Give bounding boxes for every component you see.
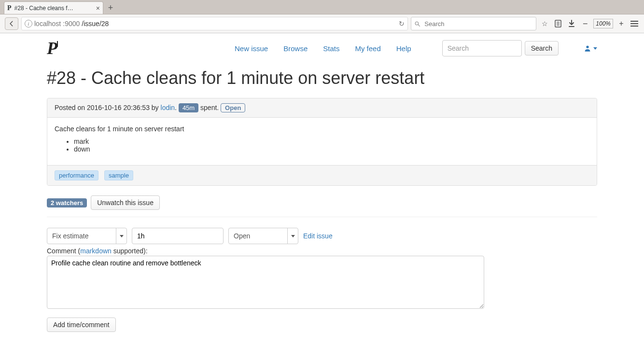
issue-meta: Posted on 2016-10-16 20:36:53 by lodin. … [47, 98, 597, 118]
site-info-icon[interactable]: i [25, 20, 32, 28]
nav-new-issue[interactable]: New issue [235, 44, 268, 53]
url-host: localhost [34, 20, 61, 28]
url-path: /issue/28 [82, 20, 109, 28]
nav-browse[interactable]: Browse [283, 44, 308, 53]
brand-logo[interactable]: P [47, 40, 57, 57]
arrow-left-icon [8, 20, 15, 27]
watchers-badge: 2 watchers [47, 198, 87, 207]
author-link[interactable]: lodin [161, 104, 175, 111]
edit-issue-link[interactable]: Edit issue [303, 232, 333, 240]
zoom-in-icon[interactable]: + [616, 17, 627, 30]
issue-tags: performance sample [47, 165, 597, 185]
time-spent-badge: 45m [179, 103, 198, 112]
spent-suffix: spent. [198, 104, 221, 111]
nav-help[interactable]: Help [396, 44, 411, 53]
svg-point-0 [415, 22, 419, 25]
zoom-level[interactable]: 100% [593, 19, 613, 28]
reload-icon[interactable]: ↻ [399, 20, 405, 28]
nav-my-feed[interactable]: My feed [355, 44, 380, 53]
action-select-value: Fix estimate [52, 232, 88, 240]
browser-tab[interactable]: P #28 - Cache cleans f… × [4, 1, 103, 14]
bookmark-star-icon[interactable]: ☆ [539, 17, 550, 30]
search-icon [414, 21, 420, 27]
app-navbar: P New issue Browse Stats My feed Help Se… [47, 33, 597, 63]
markdown-link[interactable]: markdown [80, 247, 112, 255]
posted-by-text: by [150, 104, 161, 111]
app-search-input[interactable] [442, 40, 522, 56]
chevron-down-icon [287, 228, 298, 244]
status-select-value: Open [234, 232, 250, 240]
issue-body: Cache cleans for 1 minute on server rest… [47, 118, 597, 165]
new-tab-button[interactable]: + [104, 2, 117, 13]
reader-view-icon[interactable] [553, 17, 563, 30]
browser-tabstrip: P #28 - Cache cleans f… × + [0, 0, 644, 14]
comment-textarea[interactable] [47, 256, 484, 309]
tag-performance[interactable]: performance [55, 170, 98, 180]
add-time-comment-button[interactable]: Add time/comment [47, 317, 116, 332]
user-icon [584, 44, 591, 52]
divider [47, 217, 597, 217]
update-form-row: Fix estimate Open Edit issue [47, 228, 597, 244]
svg-line-1 [418, 25, 420, 26]
issue-body-text: Cache cleans for 1 minute on server rest… [55, 125, 589, 133]
nav-stats[interactable]: Stats [323, 44, 339, 53]
nav-links: New issue Browse Stats My feed Help Sear… [235, 40, 597, 56]
downloads-icon[interactable] [566, 17, 577, 30]
user-menu[interactable] [584, 44, 597, 52]
action-select[interactable]: Fix estimate [47, 228, 127, 244]
browser-search-input[interactable] [423, 20, 533, 28]
status-select[interactable]: Open [228, 228, 298, 244]
status-badge: Open [221, 103, 245, 112]
app-search-button[interactable]: Search [525, 41, 559, 55]
menu-icon[interactable] [630, 17, 639, 30]
time-input[interactable] [132, 228, 224, 244]
issue-body-bullet: mark [74, 138, 589, 145]
caret-down-icon [593, 47, 597, 50]
comment-label: Comment (markdown supported): [47, 247, 597, 255]
posted-prefix: Posted on [55, 104, 87, 111]
back-button[interactable] [5, 17, 18, 30]
address-bar[interactable]: i localhost:9000/issue/28 ↻ [21, 17, 408, 30]
posted-at: 2016-10-16 20:36:53 [87, 104, 150, 111]
browser-toolbar: i localhost:9000/issue/28 ↻ ☆ − 100% + [0, 14, 644, 33]
tab-favicon: P [7, 5, 12, 12]
issue-title: #28 - Cache cleans for 1 minute on serve… [47, 68, 597, 88]
issue-panel: Posted on 2016-10-16 20:36:53 by lodin. … [47, 98, 597, 186]
chevron-down-icon [116, 228, 126, 244]
tab-title: #28 - Cache cleans f… [14, 5, 93, 12]
tab-close-icon[interactable]: × [96, 5, 100, 12]
zoom-out-icon[interactable]: − [580, 17, 590, 30]
issue-body-bullet: down [74, 145, 589, 153]
browser-search[interactable] [411, 17, 536, 30]
tag-sample[interactable]: sample [104, 170, 133, 180]
url-port: :9000 [63, 20, 80, 28]
watchers-row: 2 watchers Unwatch this issue [47, 195, 597, 210]
unwatch-button[interactable]: Unwatch this issue [91, 195, 160, 210]
